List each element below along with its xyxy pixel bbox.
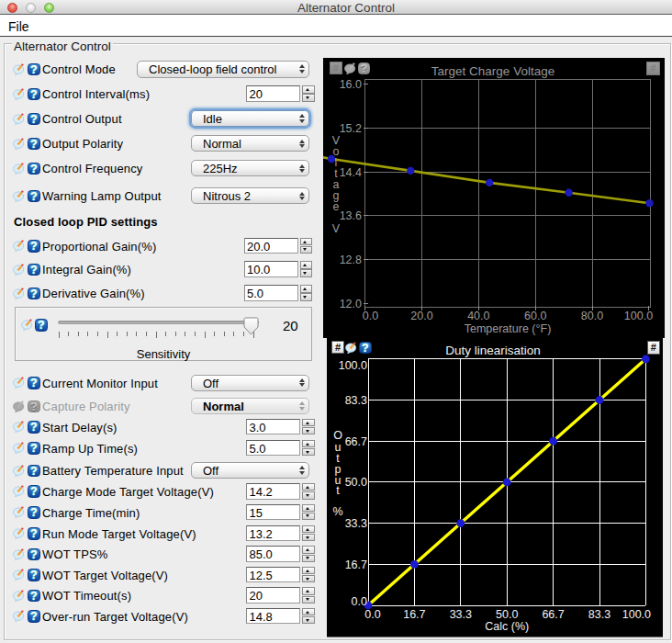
svg-text:%: % <box>332 505 342 518</box>
svg-text:100.0: 100.0 <box>624 310 653 322</box>
svg-text:Target Charge Voltage: Target Charge Voltage <box>431 64 554 78</box>
svg-text:16.7: 16.7 <box>345 558 367 571</box>
svg-text:100.0: 100.0 <box>622 608 651 621</box>
svg-text:16.7: 16.7 <box>403 608 425 621</box>
svg-text:40.0: 40.0 <box>467 310 489 322</box>
svg-text:14.4: 14.4 <box>340 166 362 179</box>
svg-text:V: V <box>332 222 341 235</box>
svg-text:e: e <box>333 200 340 213</box>
svg-text:33.3: 33.3 <box>450 608 472 621</box>
svg-text:83.3: 83.3 <box>345 394 367 407</box>
svg-text:50.0: 50.0 <box>345 476 367 489</box>
svg-text:20.0: 20.0 <box>410 310 432 322</box>
svg-text:15.2: 15.2 <box>340 122 362 135</box>
svg-text:0.0: 0.0 <box>363 310 378 322</box>
svg-text:12.8: 12.8 <box>340 254 362 266</box>
svg-text:33.3: 33.3 <box>345 517 367 530</box>
svg-text:60.0: 60.0 <box>524 310 546 322</box>
svg-text:66.7: 66.7 <box>542 608 564 621</box>
svg-text:16.0: 16.0 <box>340 78 362 91</box>
svg-text:0.0: 0.0 <box>352 595 367 608</box>
svg-text:66.7: 66.7 <box>345 435 367 448</box>
svg-text:0.0: 0.0 <box>364 608 380 621</box>
svg-text:O: O <box>333 429 342 442</box>
svg-text:t: t <box>336 484 340 497</box>
svg-text:Duty linearisation: Duty linearisation <box>445 344 541 357</box>
svg-text:12.0: 12.0 <box>340 298 362 310</box>
svg-text:80.0: 80.0 <box>581 310 603 322</box>
svg-text:13.6: 13.6 <box>340 209 362 222</box>
svg-text:Calc (%): Calc (%) <box>485 620 529 633</box>
svg-text:Temperature (°F): Temperature (°F) <box>465 322 552 335</box>
svg-text:83.3: 83.3 <box>588 608 610 621</box>
svg-text:100.0: 100.0 <box>339 359 367 372</box>
